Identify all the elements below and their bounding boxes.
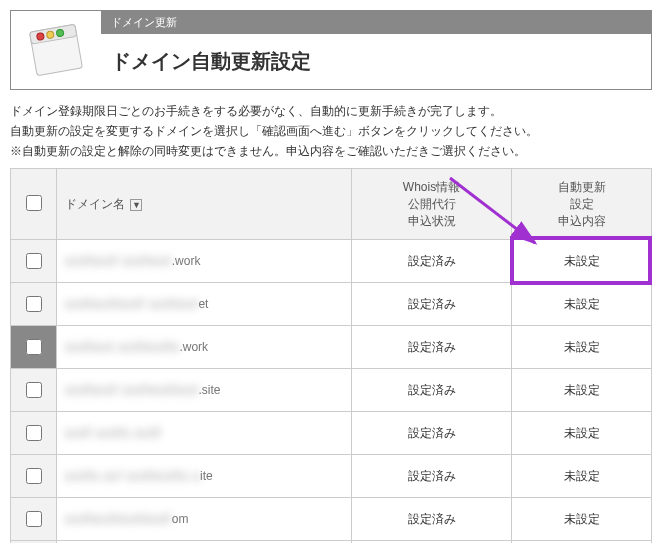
whois-cell: 設定済み bbox=[352, 240, 512, 283]
intro-line-3: ※自動更新の設定と解除の同時変更はできません。申込内容をご確認いただきご選択くだ… bbox=[10, 142, 652, 160]
table-row: asdfasdfasdfasdfom設定済み未設定 bbox=[11, 498, 652, 541]
domain-cell: asdfasdf asdfasd.work bbox=[57, 240, 352, 283]
row-checkbox[interactable] bbox=[26, 425, 42, 441]
auto-cell: 未設定 bbox=[512, 369, 652, 412]
header-whois: Whois情報 公開代行 申込状況 bbox=[352, 169, 512, 240]
domain-cell: asdfasdfasdf asdfasdet bbox=[57, 283, 352, 326]
domain-blurred: asdf asdfa asdf bbox=[65, 426, 161, 440]
domain-cell: asdf asdfa asdf bbox=[57, 412, 352, 455]
header-domain: ドメイン名 ▼ bbox=[57, 169, 352, 240]
domain-suffix: om bbox=[172, 512, 189, 526]
domain-blurred: asdfasdf asdfasd bbox=[65, 254, 172, 268]
row-checkbox-cell bbox=[11, 240, 57, 283]
domain-table: ドメイン名 ▼ Whois情報 公開代行 申込状況 自動更新 設定 申込内容 a… bbox=[10, 168, 652, 543]
row-checkbox[interactable] bbox=[26, 339, 42, 355]
auto-cell: 未設定 bbox=[512, 283, 652, 326]
domain-cell: asdfasdf asdfasdfasd.site bbox=[57, 369, 352, 412]
page-wrap: ドメイン更新 ドメイン自動更新設定 ドメイン登録期限日ごとのお手続きをする必要が… bbox=[10, 10, 652, 543]
domain-blurred: asdfasdfasdf asdfasd bbox=[65, 297, 198, 311]
row-checkbox[interactable] bbox=[26, 511, 42, 527]
table-row: asdfasdf asdfasdfasd.site設定済み未設定 bbox=[11, 369, 652, 412]
whois-cell: 設定済み bbox=[352, 412, 512, 455]
row-checkbox-cell bbox=[11, 326, 57, 369]
table-row: asdfasdfasdf asdfasdet設定済み未設定 bbox=[11, 283, 652, 326]
sort-icon[interactable]: ▼ bbox=[130, 199, 142, 211]
whois-cell: 設定済み bbox=[352, 498, 512, 541]
header-auto: 自動更新 設定 申込内容 bbox=[512, 169, 652, 240]
select-all-checkbox[interactable] bbox=[26, 195, 42, 211]
row-checkbox[interactable] bbox=[26, 253, 42, 269]
row-checkbox-cell bbox=[11, 369, 57, 412]
header-right: ドメイン更新 ドメイン自動更新設定 bbox=[101, 11, 651, 89]
domain-cell: asdfa asf asdfasdfa aite bbox=[57, 455, 352, 498]
auto-cell: 未設定 bbox=[512, 412, 652, 455]
whois-cell: 設定済み bbox=[352, 455, 512, 498]
auto-cell: 未設定 bbox=[512, 240, 652, 283]
whois-cell: 設定済み bbox=[352, 369, 512, 412]
table-row: asdfasdf asdfasd.work設定済み未設定 bbox=[11, 240, 652, 283]
intro-text: ドメイン登録期限日ごとのお手続きをする必要がなく、自動的に更新手続きが完了します… bbox=[10, 102, 652, 160]
domain-cell: asdfasdfasdfasdfom bbox=[57, 498, 352, 541]
header-tab: ドメイン更新 bbox=[101, 11, 651, 34]
auto-cell: 未設定 bbox=[512, 455, 652, 498]
auto-cell: 未設定 bbox=[512, 326, 652, 369]
table-header-row: ドメイン名 ▼ Whois情報 公開代行 申込状況 自動更新 設定 申込内容 bbox=[11, 169, 652, 240]
domain-suffix: et bbox=[198, 297, 208, 311]
page-title: ドメイン自動更新設定 bbox=[101, 34, 651, 89]
domain-suffix: .work bbox=[172, 254, 201, 268]
row-checkbox-cell bbox=[11, 412, 57, 455]
domain-blurred: asdfa asf asdfasdfa a bbox=[65, 469, 200, 483]
whois-cell: 設定済み bbox=[352, 326, 512, 369]
domain-blurred: asdfasdfasdfasdf bbox=[65, 512, 172, 526]
intro-line-2: 自動更新の設定を変更するドメインを選択し「確認画面へ進む」ボタンをクリックしてく… bbox=[10, 122, 652, 140]
domain-suffix: .site bbox=[198, 383, 220, 397]
row-checkbox-cell bbox=[11, 498, 57, 541]
table-row: asdf asdfa asdf設定済み未設定 bbox=[11, 412, 652, 455]
header-checkbox-cell bbox=[11, 169, 57, 240]
table-row: asdfasd asdfasdfa.work設定済み未設定 bbox=[11, 326, 652, 369]
page-header: ドメイン更新 ドメイン自動更新設定 bbox=[10, 10, 652, 90]
domain-cell: asdfasd asdfasdfa.work bbox=[57, 326, 352, 369]
header-icon bbox=[11, 11, 101, 89]
row-checkbox[interactable] bbox=[26, 468, 42, 484]
domain-suffix: .work bbox=[179, 340, 208, 354]
table-row: asdfa asf asdfasdfa aite設定済み未設定 bbox=[11, 455, 652, 498]
header-domain-label: ドメイン名 bbox=[65, 197, 125, 211]
domain-blurred: asdfasdf asdfasdfasd bbox=[65, 383, 198, 397]
row-checkbox-cell bbox=[11, 455, 57, 498]
row-checkbox-cell bbox=[11, 283, 57, 326]
domain-suffix: ite bbox=[200, 469, 213, 483]
whois-cell: 設定済み bbox=[352, 283, 512, 326]
row-checkbox[interactable] bbox=[26, 296, 42, 312]
auto-cell: 未設定 bbox=[512, 498, 652, 541]
row-checkbox[interactable] bbox=[26, 382, 42, 398]
intro-line-1: ドメイン登録期限日ごとのお手続きをする必要がなく、自動的に更新手続きが完了します… bbox=[10, 102, 652, 120]
domain-blurred: asdfasd asdfasdfa bbox=[65, 340, 179, 354]
